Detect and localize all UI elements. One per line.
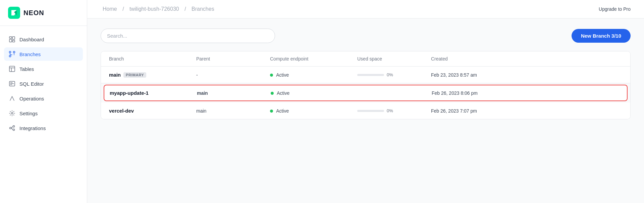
active-dot-vercel [270,110,273,113]
compute-status-myapp: Active [277,90,289,96]
search-input[interactable] [101,29,275,43]
integrations-icon [9,125,15,131]
col-header-branch: Branch [109,56,196,62]
compute-status-vercel: Active [276,108,289,114]
parent-vercel: main [196,108,270,114]
table-header: Branch Parent Compute endpoint Used spac… [101,51,630,67]
dashboard-label: Dashboard [19,37,44,42]
branches-icon [9,51,15,57]
svg-point-19 [13,126,15,127]
main-content: New Branch 3/10 Branch Parent Compute en… [87,18,644,203]
col-header-created: Created [431,56,622,62]
progress-bar-vercel: 0% [357,108,431,113]
table-row-vercel[interactable]: vercel-dev main Active 0% Feb 26, 2023 7… [101,103,630,119]
operations-icon [9,95,15,102]
sql-editor-label: SQL Editor [19,81,44,87]
col-header-parent: Parent [196,56,270,62]
primary-badge: PRIMARY [123,72,146,78]
logo-area: NEON [0,0,87,26]
breadcrumb: Home / twilight-bush-726030 / Branches [101,6,216,12]
space-main: 0% [357,72,431,77]
settings-label: Settings [19,111,38,116]
branch-name-text-myapp: myapp-update-1 [110,90,149,96]
sidebar-nav: Dashboard Branches [0,26,87,141]
sidebar: NEON Dashboard [0,0,87,203]
operations-label: Operations [19,96,44,102]
svg-line-16 [12,96,14,100]
upgrade-button[interactable]: Upgrade to Pro [599,6,631,12]
sidebar-item-dashboard[interactable]: Dashboard [4,33,83,46]
main-area: Home / twilight-bush-726030 / Branches U… [87,0,644,203]
col-header-space: Used space [357,56,431,62]
created-vercel: Feb 26, 2023 7:07 pm [431,108,622,114]
sidebar-item-tables[interactable]: Tables [4,62,83,76]
svg-line-22 [11,128,13,129]
sidebar-item-operations[interactable]: Operations [4,92,83,105]
space-vercel: 0% [357,108,431,113]
tables-label: Tables [19,66,34,72]
svg-line-21 [11,127,13,128]
svg-rect-4 [12,40,15,42]
compute-myapp: Active [271,90,358,96]
breadcrumb-separator-1: / [122,6,125,12]
table-row-myapp[interactable]: myapp-update-1 main Active Feb 26, 2023 … [104,85,628,101]
compute-main: Active [270,72,357,78]
parent-main: - [196,72,270,78]
created-myapp: Feb 26, 2023 8:06 pm [432,90,622,96]
new-branch-button[interactable]: New Branch 3/10 [572,29,631,43]
settings-icon [9,110,15,117]
search-input-wrap [101,29,275,43]
branch-name-myapp: myapp-update-1 [110,90,197,96]
active-dot-myapp [271,92,274,95]
sidebar-item-settings[interactable]: Settings [4,107,83,120]
branch-name-vercel: vercel-dev [109,108,196,114]
sidebar-item-branches[interactable]: Branches [4,47,83,61]
breadcrumb-project[interactable]: twilight-bush-726030 [129,6,179,12]
highlighted-row-wrapper: myapp-update-1 main Active Feb 26, 2023 … [101,83,630,103]
parent-myapp: main [197,90,271,96]
table-row-main[interactable]: main PRIMARY - Active 0% Feb 23, [101,67,630,83]
svg-point-18 [10,127,11,129]
logo-text: NEON [23,9,44,17]
branch-name-text-vercel: vercel-dev [109,108,134,114]
compute-vercel: Active [270,108,357,114]
progress-label-vercel: 0% [387,108,393,113]
neon-logo-icon [8,7,20,19]
svg-rect-1 [9,37,12,38]
branches-label: Branches [19,51,41,57]
svg-rect-3 [12,37,15,39]
dashboard-icon [9,36,15,43]
svg-point-17 [11,113,13,114]
compute-status-main: Active [276,72,289,78]
branch-name-text: main [109,72,121,78]
breadcrumb-separator-2: / [184,6,187,12]
svg-rect-8 [9,66,15,72]
branches-table: Branch Parent Compute endpoint Used spac… [101,51,631,119]
progress-bg-main [357,74,384,76]
breadcrumb-page: Branches [192,6,214,12]
svg-point-20 [13,129,15,131]
col-header-compute: Compute endpoint [270,56,357,62]
sql-editor-icon [9,80,15,87]
sidebar-item-sql-editor[interactable]: SQL Editor [4,77,83,90]
active-dot-main [270,74,273,77]
progress-bar-main: 0% [357,72,431,77]
main-header: Home / twilight-bush-726030 / Branches U… [87,0,644,18]
tables-icon [9,66,15,72]
progress-bg-vercel [357,110,384,112]
branch-name-main: main PRIMARY [109,72,196,78]
integrations-label: Integrations [19,125,46,131]
created-main: Feb 23, 2023 8:57 am [431,72,622,78]
search-row: New Branch 3/10 [101,29,631,43]
sidebar-item-integrations[interactable]: Integrations [4,121,83,135]
progress-label-main: 0% [387,72,393,77]
svg-rect-2 [9,39,12,42]
svg-line-15 [10,96,12,100]
svg-point-7 [9,55,11,57]
breadcrumb-home[interactable]: Home [103,6,117,12]
